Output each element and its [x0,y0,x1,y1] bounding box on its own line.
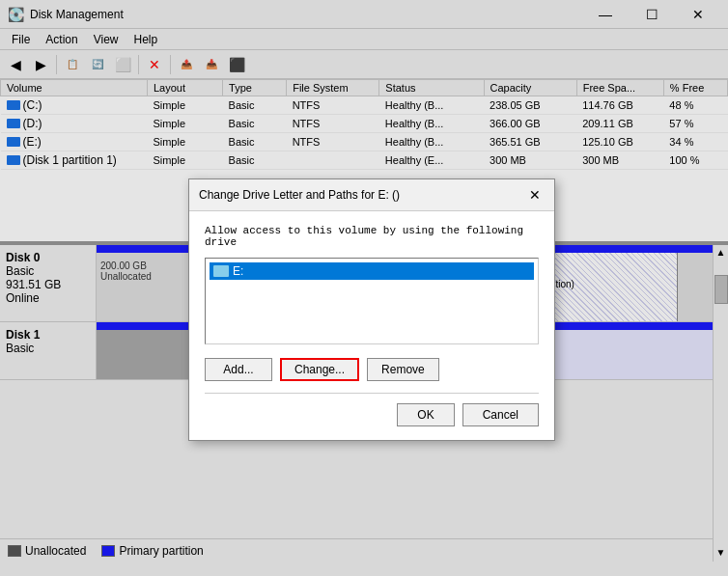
modal-action-buttons: Add... Change... Remove [205,358,539,381]
modal-overlay: Change Drive Letter and Paths for E: () … [0,0,728,576]
modal-body: Allow access to this volume by using the… [189,211,554,440]
modal-ok-cancel-buttons: OK Cancel [205,393,539,426]
modal-close-button[interactable]: ✕ [525,185,545,205]
remove-button[interactable]: Remove [367,358,439,381]
add-button[interactable]: Add... [205,358,272,381]
ok-button[interactable]: OK [397,403,454,426]
modal-title: Change Drive Letter and Paths for E: () [199,188,400,202]
drive-letter-listbox[interactable]: E: [205,258,539,344]
change-button[interactable]: Change... [280,358,359,381]
modal-title-bar: Change Drive Letter and Paths for E: () … [189,179,554,211]
modal-description: Allow access to this volume by using the… [205,225,539,248]
cancel-button[interactable]: Cancel [462,403,539,426]
change-drive-letter-dialog: Change Drive Letter and Paths for E: () … [188,178,555,441]
drive-icon-e [213,265,229,277]
drive-letter-e: E: [233,264,243,278]
listbox-item-e[interactable]: E: [210,262,534,280]
